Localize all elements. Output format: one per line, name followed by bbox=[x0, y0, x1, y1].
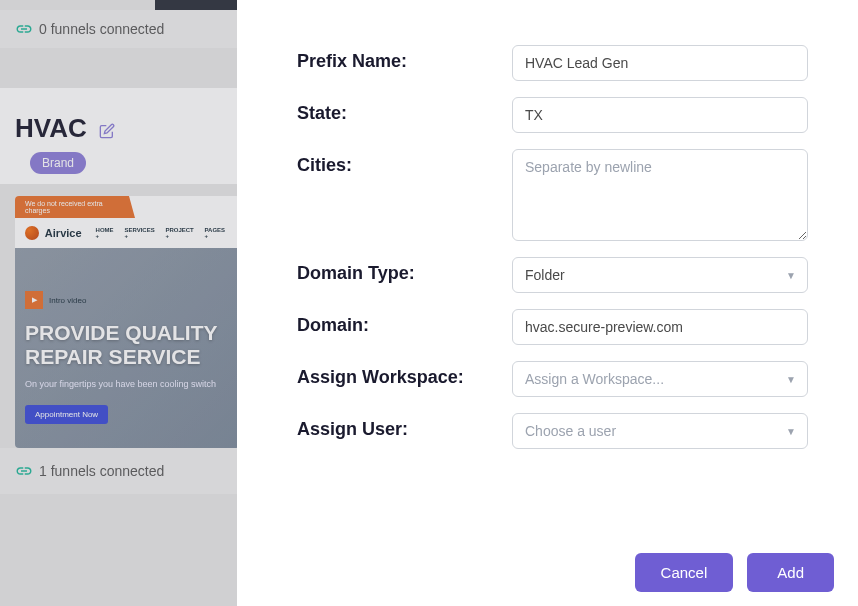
prefix-name-label: Prefix Name: bbox=[297, 45, 512, 72]
domain-type-select[interactable]: Folder bbox=[512, 257, 808, 293]
cancel-button[interactable]: Cancel bbox=[635, 553, 734, 592]
intro-video: ▶ Intro video bbox=[25, 291, 86, 309]
nav-item: PROJECT + bbox=[165, 227, 198, 239]
template-preview[interactable]: We do not received extra charges Airvice… bbox=[15, 196, 240, 448]
funnel-status-text: 0 funnels connected bbox=[39, 21, 164, 37]
create-funnel-modal: Prefix Name: State: Cities: Domain Type:… bbox=[237, 0, 858, 606]
promo-banner: We do not received extra charges bbox=[15, 196, 135, 218]
state-input[interactable] bbox=[512, 97, 808, 133]
nav-item: HOME + bbox=[96, 227, 119, 239]
edit-icon[interactable] bbox=[99, 123, 115, 143]
cities-label: Cities: bbox=[297, 149, 512, 176]
logo-icon bbox=[25, 226, 39, 240]
link-icon bbox=[15, 462, 33, 480]
hero-subtitle: On your fingertips you have been cooling… bbox=[25, 379, 230, 389]
template-nav: HOME + SERVICES + PROJECT + PAGES + bbox=[96, 227, 230, 239]
chevron-down-icon: ▼ bbox=[786, 426, 796, 437]
prefix-name-input[interactable] bbox=[512, 45, 808, 81]
chevron-down-icon: ▼ bbox=[786, 374, 796, 385]
top-bar bbox=[155, 0, 237, 10]
brand-badge: Brand bbox=[30, 152, 86, 174]
template-brand-name: Airvice bbox=[45, 227, 82, 239]
domain-label: Domain: bbox=[297, 309, 512, 336]
domain-input[interactable] bbox=[512, 309, 808, 345]
hero-title-line1: PROVIDE QUALITY bbox=[25, 321, 230, 345]
assign-user-label: Assign User: bbox=[297, 413, 512, 440]
appointment-button: Appointment Now bbox=[25, 405, 108, 424]
cities-textarea[interactable] bbox=[512, 149, 808, 241]
funnel-status-text: 1 funnels connected bbox=[39, 463, 164, 479]
assign-user-select[interactable]: Choose a user bbox=[512, 413, 808, 449]
assign-workspace-select[interactable]: Assign a Workspace... bbox=[512, 361, 808, 397]
nav-item: SERVICES + bbox=[124, 227, 159, 239]
play-icon: ▶ bbox=[25, 291, 43, 309]
nav-item: PAGES + bbox=[205, 227, 230, 239]
hero-title-line2: REPAIR SERVICE bbox=[25, 345, 230, 369]
page-title: HVAC bbox=[15, 113, 87, 144]
intro-video-label: Intro video bbox=[49, 296, 86, 305]
chevron-down-icon: ▼ bbox=[786, 270, 796, 281]
add-button[interactable]: Add bbox=[747, 553, 834, 592]
link-icon bbox=[15, 20, 33, 38]
state-label: State: bbox=[297, 97, 512, 124]
assign-workspace-label: Assign Workspace: bbox=[297, 361, 512, 388]
domain-type-label: Domain Type: bbox=[297, 257, 512, 284]
